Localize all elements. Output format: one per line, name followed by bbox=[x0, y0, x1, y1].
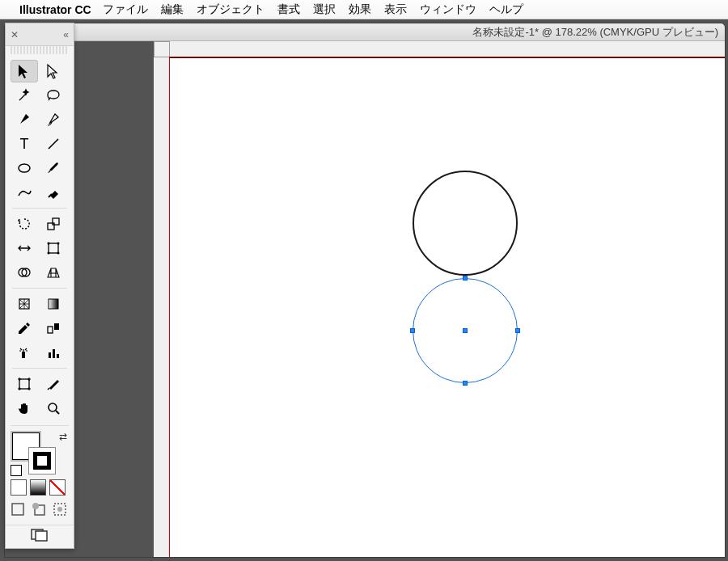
svg-rect-15 bbox=[22, 352, 25, 358]
direct-selection-tool[interactable] bbox=[40, 60, 67, 82]
svg-point-8 bbox=[57, 252, 60, 255]
menu-select[interactable]: 選択 bbox=[313, 2, 336, 17]
paintbrush-tool[interactable] bbox=[40, 157, 67, 179]
gradient-tool[interactable] bbox=[40, 293, 67, 315]
canvas-circle-bottom-selected[interactable] bbox=[413, 278, 518, 383]
svg-rect-12 bbox=[49, 299, 58, 309]
color-button[interactable] bbox=[11, 479, 27, 496]
ruler-horizontal[interactable] bbox=[170, 41, 725, 57]
svg-rect-17 bbox=[53, 349, 55, 358]
tools-grid: T bbox=[6, 56, 74, 420]
zoom-tool[interactable] bbox=[40, 397, 67, 420]
lasso-tool[interactable] bbox=[40, 84, 67, 107]
hand-tool[interactable] bbox=[11, 397, 38, 420]
menu-help[interactable]: ヘルプ bbox=[489, 2, 523, 17]
menu-view[interactable]: 表示 bbox=[384, 2, 407, 17]
mesh-tool[interactable] bbox=[11, 293, 38, 315]
canvas-circle-top[interactable] bbox=[413, 171, 518, 276]
svg-rect-3 bbox=[53, 218, 59, 225]
symbol-sprayer-tool[interactable] bbox=[11, 341, 38, 364]
svg-point-1 bbox=[19, 164, 30, 172]
ruler-origin[interactable] bbox=[154, 41, 170, 57]
draw-inside-icon[interactable] bbox=[53, 502, 67, 517]
svg-rect-13 bbox=[48, 327, 53, 333]
selection-tool[interactable] bbox=[11, 60, 38, 82]
type-tool[interactable]: T bbox=[11, 133, 38, 155]
svg-point-24 bbox=[32, 503, 39, 509]
anchor-bottom[interactable] bbox=[463, 381, 468, 386]
slice-tool[interactable] bbox=[40, 373, 67, 395]
mac-menubar: Illustrator CC ファイル 編集 オブジェクト 書式 選択 効果 表… bbox=[0, 0, 728, 19]
anchor-left[interactable] bbox=[410, 328, 415, 333]
panel-collapse-icon[interactable]: « bbox=[63, 29, 69, 40]
none-button[interactable] bbox=[49, 479, 66, 496]
tools-panel[interactable]: ✕ « T bbox=[5, 23, 74, 549]
width-tool[interactable] bbox=[11, 237, 38, 259]
scale-tool[interactable] bbox=[40, 213, 67, 235]
svg-rect-16 bbox=[49, 352, 51, 358]
window-titlebar[interactable]: 名称未設定-1* @ 178.22% (CMYK/GPU プレビュー) bbox=[5, 23, 725, 41]
swap-fill-stroke-icon[interactable]: ⇄ bbox=[59, 431, 67, 442]
document-title: 名称未設定-1* @ 178.22% (CMYK/GPU プレビュー) bbox=[472, 25, 718, 40]
menu-edit[interactable]: 編集 bbox=[161, 2, 184, 17]
menu-file[interactable]: ファイル bbox=[103, 2, 148, 17]
color-mode-row bbox=[6, 478, 74, 497]
line-segment-tool[interactable] bbox=[40, 133, 67, 155]
workspace bbox=[5, 41, 725, 557]
fill-stroke-swatch[interactable]: ⇄ bbox=[11, 431, 69, 476]
draw-normal-icon[interactable] bbox=[11, 502, 25, 517]
draw-modes bbox=[6, 497, 74, 521]
svg-point-20 bbox=[49, 403, 57, 411]
blend-tool[interactable] bbox=[40, 317, 67, 340]
menu-type[interactable]: 書式 bbox=[277, 2, 300, 17]
eyedropper-tool[interactable] bbox=[11, 317, 38, 340]
svg-rect-22 bbox=[12, 504, 23, 515]
svg-rect-4 bbox=[49, 243, 58, 253]
menu-effect[interactable]: 効果 bbox=[349, 2, 371, 17]
document-window: 名称未設定-1* @ 178.22% (CMYK/GPU プレビュー) bbox=[4, 23, 726, 558]
svg-line-21 bbox=[56, 411, 59, 414]
draw-behind-icon[interactable] bbox=[32, 502, 46, 517]
panel-close-icon[interactable]: ✕ bbox=[11, 29, 19, 40]
menu-window[interactable]: ウィンドウ bbox=[420, 2, 476, 17]
free-transform-tool[interactable] bbox=[40, 237, 67, 259]
ruler-vertical[interactable] bbox=[154, 57, 170, 557]
app-name[interactable]: Illustrator CC bbox=[19, 3, 91, 16]
svg-rect-19 bbox=[19, 379, 29, 389]
tools-panel-header[interactable]: ✕ « bbox=[6, 23, 74, 46]
ellipse-tool[interactable] bbox=[11, 157, 38, 179]
svg-point-5 bbox=[48, 243, 50, 245]
anchor-right[interactable] bbox=[515, 328, 520, 333]
shaper-tool[interactable] bbox=[11, 181, 38, 204]
svg-line-0 bbox=[49, 139, 58, 149]
panel-grip[interactable] bbox=[11, 46, 69, 54]
eraser-tool[interactable] bbox=[40, 181, 67, 204]
screen-mode-button[interactable] bbox=[6, 525, 74, 548]
pen-tool[interactable] bbox=[11, 108, 38, 131]
svg-rect-14 bbox=[54, 323, 59, 330]
default-fill-stroke-icon[interactable] bbox=[11, 465, 22, 476]
menu-object[interactable]: オブジェクト bbox=[197, 2, 265, 17]
svg-rect-2 bbox=[48, 223, 54, 230]
svg-point-6 bbox=[57, 243, 60, 245]
artboard[interactable] bbox=[170, 57, 726, 558]
svg-rect-18 bbox=[57, 354, 59, 358]
artboard-tool[interactable] bbox=[11, 373, 38, 395]
svg-point-26 bbox=[57, 507, 62, 512]
shape-builder-tool[interactable] bbox=[11, 261, 38, 284]
perspective-grid-tool[interactable] bbox=[40, 261, 67, 284]
column-graph-tool[interactable] bbox=[40, 341, 67, 364]
stroke-color-swatch[interactable] bbox=[28, 447, 56, 475]
gradient-button[interactable] bbox=[30, 479, 46, 496]
magic-wand-tool[interactable] bbox=[11, 84, 38, 107]
rotate-tool[interactable] bbox=[11, 213, 38, 235]
svg-point-7 bbox=[48, 252, 50, 255]
anchor-top[interactable] bbox=[463, 276, 468, 280]
svg-rect-28 bbox=[36, 531, 47, 541]
center-point[interactable] bbox=[463, 328, 468, 333]
curvature-tool[interactable] bbox=[40, 108, 67, 131]
